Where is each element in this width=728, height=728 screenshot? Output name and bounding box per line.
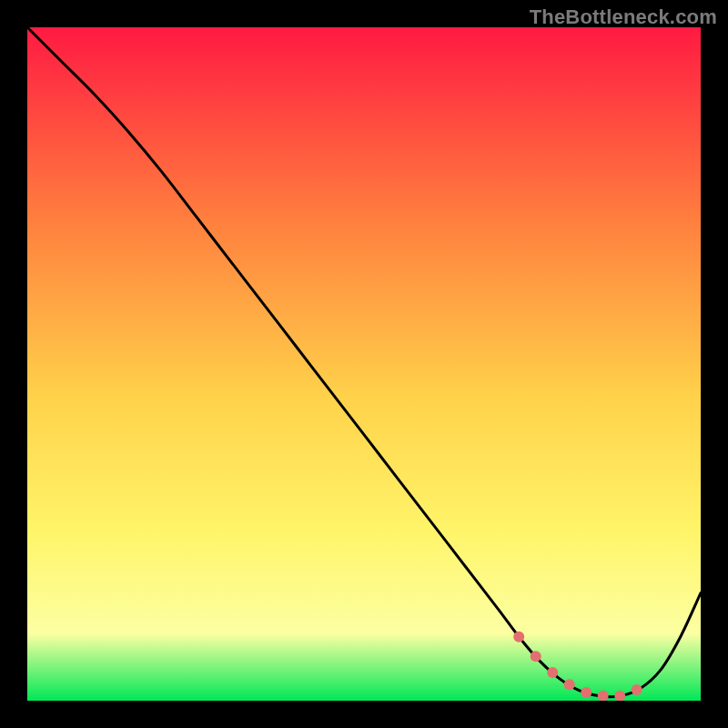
optimal-dot — [547, 667, 558, 678]
bottleneck-chart — [27, 27, 701, 701]
watermark-text: TheBottleneck.com — [530, 5, 717, 29]
optimal-dot — [531, 651, 541, 662]
chart-frame — [27, 27, 701, 701]
optimal-dot — [564, 679, 575, 690]
optimal-dot — [632, 684, 642, 695]
optimal-dot — [513, 632, 524, 642]
optimal-dot — [581, 687, 592, 698]
gradient-background — [27, 27, 701, 701]
